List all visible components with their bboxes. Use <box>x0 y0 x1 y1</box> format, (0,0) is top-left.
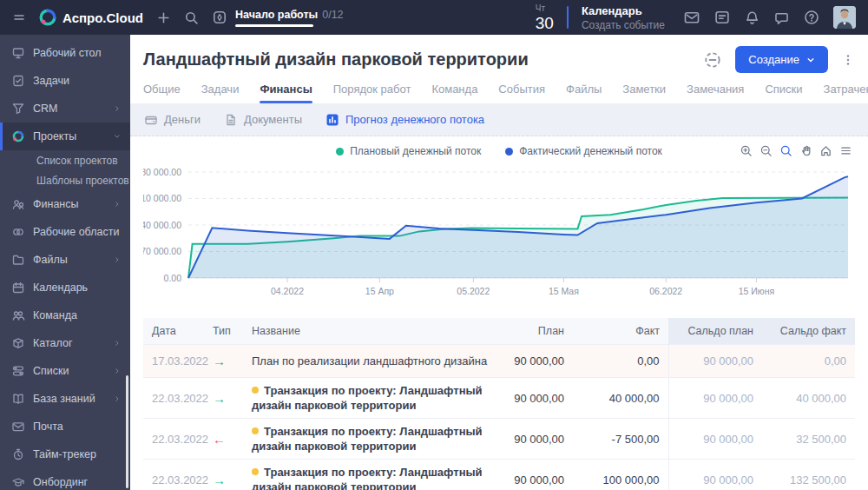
calendar-icon <box>11 281 25 295</box>
subtab-docs[interactable]: Документы <box>224 113 302 127</box>
help-icon[interactable] <box>803 9 820 26</box>
sidebar-item-projects[interactable]: Проекты <box>0 122 130 150</box>
pan-icon[interactable] <box>799 144 812 157</box>
row-fact: -7 500,00 <box>573 419 668 460</box>
table-row[interactable]: 22.03.2022 → Транзакция по проекту: Ланд… <box>143 460 855 490</box>
tab-3[interactable]: Порядок работ <box>333 83 411 103</box>
menu-icon[interactable] <box>839 144 852 157</box>
column-header[interactable]: Факт <box>573 318 668 345</box>
sidebar-item-onboarding[interactable]: Онбординг <box>0 468 130 490</box>
sidebar-item-label: Финансы <box>33 198 78 210</box>
onboarding-label: Начало работы <box>235 9 318 21</box>
sidebar-item-desktop[interactable]: Рабочий стол <box>0 39 130 67</box>
more-options-icon[interactable] <box>841 53 855 67</box>
row-fact: 40 000,00 <box>573 378 668 419</box>
row-name: План по реализации ландшафтного дизайна <box>243 345 499 378</box>
today-date[interactable]: Чт 30 <box>536 4 554 31</box>
sidebar-item-calendar[interactable]: Календарь <box>0 274 130 301</box>
sidebar-item-knowledge[interactable]: База знаний <box>0 385 130 413</box>
table-row[interactable]: 22.03.2022 → Транзакция по проекту: Ланд… <box>143 378 855 419</box>
search-icon[interactable] <box>184 10 199 25</box>
table-row[interactable]: 22.03.2022 ← Транзакция по проекту: Ланд… <box>143 419 855 460</box>
bell-icon[interactable] <box>744 10 760 26</box>
zoom-in-icon[interactable] <box>740 144 753 157</box>
add-icon[interactable] <box>156 10 171 25</box>
row-saldo-fact: 40 000,00 <box>762 378 855 419</box>
tab-8[interactable]: Замечания <box>687 83 744 103</box>
create-button[interactable]: Создание <box>735 46 828 73</box>
create-button-label: Создание <box>748 53 799 66</box>
chevron-down-icon <box>113 132 122 141</box>
subtab-forecast[interactable]: Прогноз денежного потока <box>326 113 484 127</box>
home-icon[interactable] <box>819 144 832 157</box>
sidebar-item-finance[interactable]: Финансы <box>0 190 130 218</box>
cashflow-table-wrap: ДатаТипНазваниеПланФактСальдо планСальдо… <box>130 318 868 490</box>
sidebar-subitem[interactable]: Шаблоны проектов <box>0 170 130 190</box>
onboarding-progress[interactable]: Начало работы0/12 <box>212 9 344 27</box>
chevron-right-icon <box>113 394 122 403</box>
row-type: → <box>204 345 243 378</box>
zoom-out-icon[interactable] <box>760 144 773 157</box>
row-plan: 90 000,00 <box>499 419 573 460</box>
calendar-subtitle: Создать событие <box>582 19 665 31</box>
hamburger-menu-icon[interactable] <box>12 10 26 24</box>
column-header[interactable]: Дата <box>143 318 204 345</box>
selection-zoom-icon[interactable] <box>779 144 792 157</box>
finance-icon <box>11 197 25 211</box>
row-fact: 0,00 <box>573 345 668 378</box>
column-header[interactable]: Сальдо факт <box>762 318 855 345</box>
sidebar-item-team[interactable]: Команда <box>0 301 130 329</box>
legend-item[interactable]: Фактический денежный поток <box>505 145 662 157</box>
chat-icon[interactable] <box>773 10 790 26</box>
column-header[interactable]: Сальдо план <box>668 318 762 345</box>
subtab-money[interactable]: Деньги <box>144 113 201 127</box>
legend-dot <box>336 148 344 156</box>
sidebar-item-timer[interactable]: Тайм-трекер <box>0 440 130 468</box>
sidebar-item-mail[interactable]: Почта <box>0 413 130 440</box>
svg-text:140 000.00: 140 000.00 <box>143 220 181 230</box>
chevron-right-icon <box>113 200 122 209</box>
sidebar-item-catalog[interactable]: Каталог <box>0 329 130 357</box>
column-header[interactable]: Тип <box>204 318 243 345</box>
row-saldo-fact: 132 500,00 <box>762 460 855 490</box>
sidebar-item-workspace[interactable]: Рабочие области <box>0 218 130 246</box>
legend-item[interactable]: Плановый денежный поток <box>336 145 481 157</box>
table-row[interactable]: 17.03.2022 → План по реализации ландшафт… <box>143 345 855 378</box>
sidebar-scrollbar[interactable] <box>126 375 128 488</box>
chevron-right-icon <box>113 367 122 375</box>
column-header[interactable]: Название <box>243 318 499 345</box>
notes-icon[interactable] <box>713 9 731 26</box>
arrow-right-income-icon: → <box>213 473 226 487</box>
sidebar-item-tasks[interactable]: Задачи <box>0 67 130 95</box>
column-header[interactable]: План <box>499 318 573 345</box>
tab-0[interactable]: Общие <box>143 83 181 103</box>
sidebar-item-label: Онбординг <box>33 476 88 488</box>
tab-2[interactable]: Финансы <box>260 83 312 103</box>
sidebar-item-label: Команда <box>33 309 77 321</box>
row-type: → <box>204 378 243 419</box>
mail-icon[interactable] <box>683 9 700 26</box>
copy-link-icon[interactable] <box>703 50 722 70</box>
row-name: Транзакция по проекту: Ландшафтный дизай… <box>243 460 499 490</box>
user-avatar[interactable] <box>833 6 856 29</box>
tab-6[interactable]: Файлы <box>566 83 602 103</box>
weekday-label: Чт <box>536 4 554 13</box>
tab-9[interactable]: Списки <box>765 83 802 103</box>
app-logo[interactable]: Аспро.Cloud <box>39 9 143 26</box>
catalog-icon <box>11 336 25 350</box>
sidebar-item-folder[interactable]: Файлы <box>0 246 130 274</box>
sidebar-item-lists[interactable]: Списки <box>0 357 130 385</box>
calendar-shortcut[interactable]: Календарь Создать событие <box>582 4 665 31</box>
row-saldo-plan: 90 000,00 <box>668 419 762 460</box>
tab-1[interactable]: Задачи <box>201 83 240 103</box>
row-saldo-plan: 90 000,00 <box>668 345 762 378</box>
sidebar-item-funnel[interactable]: CRM <box>0 95 130 122</box>
svg-text:15 Июня: 15 Июня <box>739 286 775 296</box>
tab-5[interactable]: События <box>498 83 545 103</box>
tab-7[interactable]: Заметки <box>622 83 666 103</box>
app-logo-text: Аспро.Cloud <box>62 10 143 25</box>
tab-4[interactable]: Команда <box>431 83 477 103</box>
tab-10[interactable]: Затраченное время <box>824 83 868 103</box>
cashflow-chart[interactable]: 280 000.00210 000.00140 000.0070 000.000… <box>143 160 855 299</box>
sidebar-subitem[interactable]: Список проектов <box>0 150 130 170</box>
